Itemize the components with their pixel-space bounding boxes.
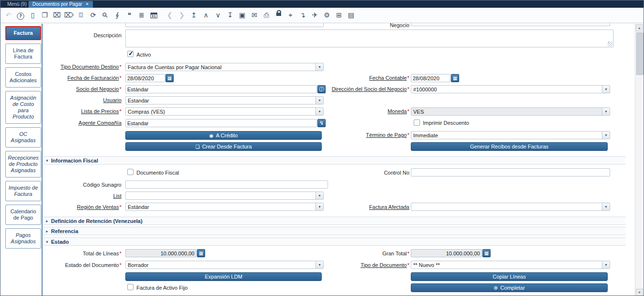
- descripcion-textarea[interactable]: [125, 30, 614, 47]
- copiar-lineas-button[interactable]: Copiar Líneas: [411, 272, 608, 281]
- codigo-sunagro-input[interactable]: [125, 180, 328, 189]
- window-customize-icon[interactable]: ⊞: [333, 8, 345, 23]
- a-credito-button[interactable]: ◉ A Crédito: [125, 131, 322, 140]
- workflow-icon[interactable]: ↴: [297, 8, 309, 23]
- collapse-arrow-icon: ▸: [46, 229, 48, 234]
- fecha-contable-label: Fecha Contable*: [310, 75, 409, 81]
- vertical-scrollbar[interactable]: [635, 24, 643, 296]
- tab-pagos-asignados[interactable]: Pagos Asignados: [5, 228, 41, 249]
- find-icon[interactable]: ⚲: [99, 8, 111, 23]
- total-lineas-calculator-button[interactable]: [197, 249, 205, 257]
- dropdown-arrow-icon[interactable]: [315, 192, 323, 199]
- section-informacion-fiscal[interactable]: ▾ Informacion Fiscal: [43, 156, 626, 164]
- total-lineas-label: Total de Líneas*: [20, 251, 121, 257]
- factura-activo-fijo-checkbox[interactable]: [127, 284, 134, 290]
- zoom-across-icon[interactable]: ⌖: [285, 8, 297, 23]
- region-ventas-label: Región de Ventas*: [20, 204, 121, 210]
- lock-icon[interactable]: [272, 8, 285, 23]
- delete-record-icon[interactable]: ⌧: [51, 8, 63, 23]
- fecha-contable-input[interactable]: [411, 74, 450, 82]
- print-icon[interactable]: ⎙: [260, 8, 272, 23]
- section-definicion-retencion[interactable]: ▸ Definición de Retención (Venezuela): [43, 217, 626, 225]
- new-record-icon[interactable]: ▯: [27, 8, 39, 23]
- agente-compania-button[interactable]: [317, 119, 326, 127]
- parent-record-icon[interactable]: ↥: [188, 8, 200, 23]
- expansion-ldm-button[interactable]: Expansión LDM: [125, 272, 322, 281]
- dropdown-arrow-icon[interactable]: [602, 108, 610, 115]
- generar-recibos-button[interactable]: Generar Recibos desde Facturas: [411, 142, 608, 151]
- activo-checkbox[interactable]: [127, 51, 134, 57]
- estado-documento-select[interactable]: Borrador: [125, 261, 324, 269]
- report-icon[interactable]: ▤: [345, 8, 357, 23]
- preference-icon[interactable]: ⚙: [321, 8, 333, 23]
- dropdown-arrow-icon[interactable]: [602, 203, 610, 210]
- collapse-arrow-icon: ▾: [46, 239, 48, 244]
- scrollbar-thumb[interactable]: [636, 32, 644, 75]
- resize-grip-icon[interactable]: [608, 42, 613, 46]
- dropdown-arrow-icon[interactable]: [602, 261, 610, 268]
- fecha-facturacion-calendar-button[interactable]: [165, 74, 174, 82]
- agente-compania-input[interactable]: [125, 119, 317, 127]
- direccion-socio-select[interactable]: #1000000: [411, 85, 610, 93]
- moneda-label: Moneda*: [310, 108, 409, 115]
- fecha-facturacion-input[interactable]: [125, 74, 165, 82]
- dropdown-arrow-icon[interactable]: [602, 132, 610, 139]
- close-tab-icon[interactable]: ✕: [86, 1, 89, 8]
- moneda-select[interactable]: VES: [411, 107, 610, 116]
- documento-fiscal-checkbox[interactable]: [127, 169, 134, 175]
- tipo-documento-select[interactable]: ** Nuevo **: [411, 261, 610, 269]
- tab-recepciones-de-producto-asignadas[interactable]: Recepciones de Producto Asignadas: [5, 151, 41, 178]
- usuario-select[interactable]: Estandar: [125, 96, 324, 104]
- tipo-documento-destino-select[interactable]: Factura de Cuentas por Pagar Nacional: [125, 63, 324, 71]
- presentation-icon[interactable]: ▣: [236, 8, 248, 23]
- collapse-arrow-icon: ▾: [46, 158, 48, 163]
- tipo-documento-label: Tipo de Documento*: [310, 262, 409, 268]
- factura-afectada-label: Factura Afectada: [310, 204, 409, 210]
- application-window: Negocio Menú (9) Documentos por Pagar ✕ …: [0, 0, 644, 296]
- crear-desde-factura-button[interactable]: ❏ Crear Desde Factura: [125, 142, 322, 151]
- estado-documento-label: Estado del Documento*: [20, 262, 121, 268]
- lista-precios-label: Lista de Precios*: [20, 108, 121, 115]
- list-select[interactable]: [125, 192, 324, 200]
- up-record-icon[interactable]: ∧: [200, 8, 212, 23]
- gran-total-label: Gran Total*: [310, 251, 409, 257]
- termino-pago-label: Término de Pago*: [310, 132, 409, 138]
- gran-total-calculator-button[interactable]: [482, 249, 491, 257]
- down-record-icon[interactable]: ∨: [212, 8, 224, 23]
- refresh-icon[interactable]: ⟳: [87, 8, 99, 23]
- termino-pago-select[interactable]: Immediate: [411, 131, 610, 139]
- scroll-down-icon[interactable]: [636, 289, 643, 296]
- socio-negocio-input[interactable]: [125, 85, 317, 93]
- imprimir-descuento-checkbox[interactable]: [414, 119, 420, 126]
- copy-record-icon[interactable]: ❐: [39, 8, 51, 23]
- region-ventas-select[interactable]: Estándar: [125, 203, 324, 211]
- dropdown-arrow-icon[interactable]: [315, 97, 323, 104]
- menu-tab[interactable]: Menú (9): [3, 1, 30, 8]
- archive-icon[interactable]: ✉: [248, 8, 260, 23]
- fecha-contable-calendar-button[interactable]: [451, 74, 459, 82]
- attachment-icon[interactable]: ∮: [111, 8, 123, 23]
- lista-precios-select[interactable]: Compras (VES): [125, 107, 324, 116]
- grid-toggle-icon[interactable]: ≣: [135, 8, 148, 23]
- list-label: List: [20, 193, 121, 199]
- delete-selection-icon[interactable]: ⌦: [63, 8, 75, 23]
- tipo-documento-destino-label: Tipo Documento Destino*: [20, 64, 121, 70]
- scroll-up-icon[interactable]: [636, 24, 643, 31]
- factura-afectada-select[interactable]: [411, 203, 610, 211]
- section-referencia[interactable]: ▸ Referencia: [43, 227, 626, 235]
- section-estado[interactable]: ▾ Estado: [43, 237, 626, 246]
- chat-icon[interactable]: ❝: [123, 8, 135, 23]
- calendar-icon[interactable]: 31: [148, 8, 160, 23]
- factura-activo-fijo-label: Factura de Activo Fijo: [136, 285, 188, 291]
- tab-linea-de-factura[interactable]: Línea de Factura: [5, 44, 41, 64]
- control-no-input[interactable]: [411, 168, 610, 177]
- detail-record-icon[interactable]: ↧: [224, 8, 236, 23]
- dropdown-arrow-icon[interactable]: [315, 63, 323, 71]
- request-icon[interactable]: ✈: [309, 8, 321, 23]
- tab-asignacion-de-costo-para-producto[interactable]: Asignación de Costo para Producto: [5, 91, 41, 124]
- documentos-por-pagar-tab[interactable]: Documentos por Pagar ✕: [29, 1, 93, 8]
- help-icon[interactable]: ?: [15, 8, 27, 23]
- completar-button[interactable]: ⚙ Completar: [411, 283, 608, 292]
- dropdown-arrow-icon[interactable]: [602, 86, 610, 93]
- tab-oc-asignadas[interactable]: OC Asignadas: [5, 127, 41, 148]
